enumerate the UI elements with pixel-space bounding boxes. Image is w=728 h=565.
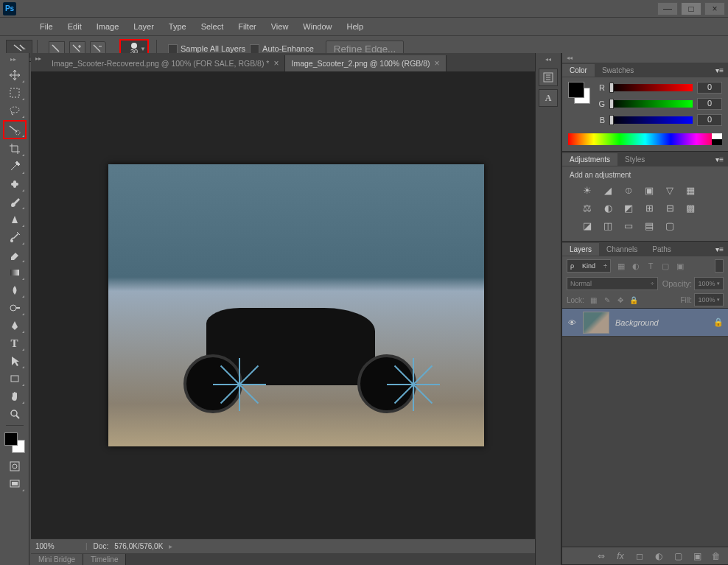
move-tool[interactable] — [4, 67, 25, 83]
mask-icon[interactable]: ◻ — [634, 550, 645, 562]
menu-help[interactable]: Help — [339, 19, 371, 34]
g-value[interactable]: 0 — [697, 98, 722, 110]
g-slider[interactable] — [609, 100, 693, 108]
fx-icon[interactable]: fx — [615, 550, 626, 562]
bw-icon[interactable]: ◐ — [601, 201, 615, 214]
chevron-right-icon[interactable]: ▸ — [169, 542, 172, 550]
r-slider[interactable] — [609, 84, 693, 91]
opacity-value[interactable]: 100%▾ — [694, 277, 724, 290]
menu-file[interactable]: File — [32, 19, 60, 34]
layer-item[interactable]: 👁 Background 🔒 — [562, 309, 728, 337]
gradient-tool[interactable] — [4, 264, 25, 281]
tab-channels[interactable]: Channels — [599, 243, 645, 256]
eraser-tool[interactable] — [4, 247, 25, 263]
document-tab[interactable]: Image_Scooter-Recovered.png @ 100% (FOR … — [46, 55, 285, 71]
filter-smart-icon[interactable]: ▣ — [674, 260, 686, 272]
fill-value[interactable]: 100%▾ — [694, 293, 724, 306]
tab-layers[interactable]: Layers — [562, 243, 599, 256]
shape-tool[interactable] — [4, 371, 25, 387]
selective-color-icon[interactable]: ▤ — [642, 219, 657, 232]
vibrance-icon[interactable]: ▽ — [662, 183, 677, 197]
filter-type-icon[interactable]: T — [645, 260, 657, 272]
sample-all-layers-checkbox[interactable]: Sample All Layers — [168, 44, 245, 54]
quickmask-tool[interactable] — [4, 458, 25, 474]
foreground-color-swatch[interactable] — [4, 432, 18, 446]
color-swatch-pair[interactable] — [568, 82, 590, 104]
tab-styles[interactable]: Styles — [617, 153, 652, 166]
tab-adjustments[interactable]: Adjustments — [562, 153, 617, 166]
auto-enhance-checkbox[interactable]: Auto-Enhance — [250, 44, 314, 54]
collapse-icon[interactable]: ◂◂ — [545, 56, 551, 63]
channel-mixer-icon[interactable]: ⊞ — [642, 201, 657, 214]
lock-position-icon[interactable]: ✥ — [615, 295, 626, 305]
collapse-icon[interactable]: ▸▸ — [10, 56, 19, 65]
path-select-tool[interactable] — [4, 353, 25, 369]
blend-mode-select[interactable]: Normal÷ — [567, 277, 658, 290]
lock-pixels-icon[interactable]: ✎ — [602, 295, 612, 305]
color-balance-icon[interactable]: ⚖ — [580, 201, 595, 214]
hand-tool[interactable] — [4, 388, 25, 404]
photo-filter-icon[interactable]: ◩ — [621, 201, 636, 214]
menu-window[interactable]: Window — [295, 19, 339, 34]
menu-layer[interactable]: Layer — [126, 19, 161, 34]
document-tab-active[interactable]: Image_Scooter_2.png @ 100% (RGB/8) × — [285, 55, 446, 71]
color-ramp[interactable] — [568, 133, 722, 145]
menu-type[interactable]: Type — [161, 19, 194, 34]
marquee-tool[interactable] — [4, 85, 25, 101]
tab-swatches[interactable]: Swatches — [595, 64, 641, 77]
lock-all-icon[interactable]: 🔒 — [629, 295, 639, 305]
exposure-icon[interactable]: ▣ — [642, 183, 657, 197]
pen-tool[interactable] — [4, 317, 25, 334]
zoom-tool[interactable] — [4, 406, 25, 422]
timeline-tab[interactable]: Timeline — [83, 554, 126, 565]
hue-icon[interactable]: ▦ — [683, 183, 698, 197]
layer-thumbnail[interactable] — [583, 312, 609, 334]
history-panel-icon[interactable] — [539, 69, 558, 86]
group-icon[interactable]: ▢ — [672, 550, 684, 562]
invert-icon[interactable]: ▩ — [683, 201, 698, 214]
threshold-icon[interactable]: ◫ — [601, 219, 615, 232]
minimize-button[interactable]: — — [657, 2, 678, 15]
collapse-icon[interactable]: ▸▸ — [34, 53, 43, 62]
panel-menu-icon[interactable]: ▾≡ — [711, 155, 728, 164]
r-value[interactable]: 0 — [697, 82, 722, 94]
mini-bridge-tab[interactable]: Mini Bridge — [31, 554, 83, 565]
delete-layer-icon[interactable]: 🗑 — [710, 550, 722, 562]
eyedropper-tool[interactable] — [4, 158, 25, 175]
close-button[interactable]: × — [704, 2, 725, 15]
b-slider[interactable] — [609, 116, 693, 124]
levels-icon[interactable]: ◢ — [601, 183, 615, 197]
collapse-icon[interactable]: ◂◂ — [562, 53, 577, 63]
visibility-icon[interactable]: 👁 — [567, 318, 577, 327]
new-layer-icon[interactable]: ▣ — [691, 550, 703, 562]
lasso-tool[interactable] — [4, 102, 25, 119]
menu-edit[interactable]: Edit — [60, 19, 89, 34]
dodge-tool[interactable] — [4, 300, 25, 316]
canvas-area[interactable] — [31, 72, 561, 538]
fg-swatch-icon[interactable] — [568, 82, 584, 98]
character-panel-icon[interactable]: A — [539, 89, 558, 107]
zoom-level[interactable]: 100% — [35, 542, 80, 550]
tab-paths[interactable]: Paths — [645, 243, 679, 256]
document-canvas[interactable] — [108, 164, 484, 446]
kind-filter-select[interactable]: ρKind÷ — [567, 259, 611, 273]
adjustment-layer-icon[interactable]: ◐ — [653, 550, 665, 562]
clone-stamp-tool[interactable] — [4, 211, 25, 228]
tab-color[interactable]: Color — [562, 64, 595, 77]
foreground-background-swatch[interactable] — [4, 432, 25, 453]
filter-pixel-icon[interactable]: ▦ — [615, 260, 627, 272]
maximize-button[interactable]: □ — [681, 2, 701, 15]
history-brush-tool[interactable] — [4, 229, 25, 245]
type-tool[interactable]: T — [4, 335, 25, 351]
menu-view[interactable]: View — [264, 19, 296, 34]
link-layers-icon[interactable]: ⇔ — [595, 550, 607, 562]
lock-transparent-icon[interactable]: ▦ — [589, 295, 599, 305]
curves-icon[interactable]: ⦶ — [621, 183, 636, 197]
gradient-map-icon[interactable]: ▭ — [621, 219, 636, 232]
crop-tool[interactable] — [4, 141, 25, 157]
quick-selection-tool[interactable] — [3, 120, 27, 139]
panel-menu-icon[interactable]: ▾≡ — [711, 245, 728, 253]
layers-list[interactable]: 👁 Background 🔒 — [562, 308, 728, 547]
posterize-icon[interactable]: ◪ — [580, 219, 595, 232]
panel-menu-icon[interactable]: ▾≡ — [711, 66, 728, 74]
